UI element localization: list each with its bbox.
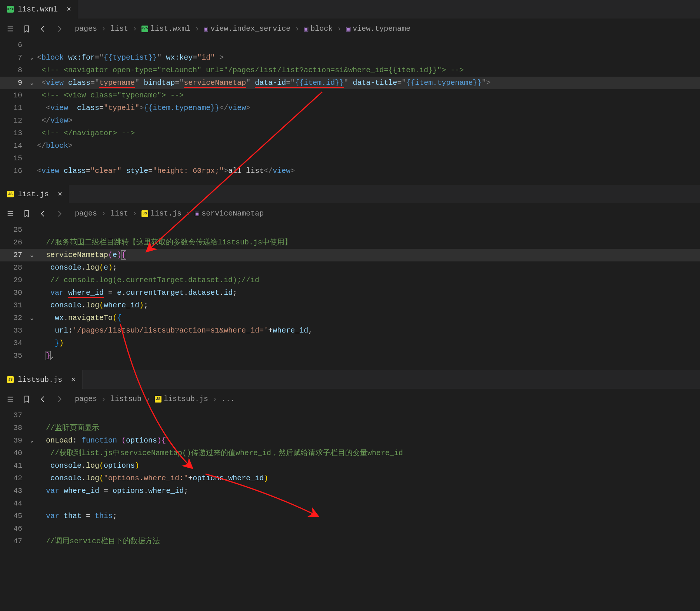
breadcrumb-segment[interactable]: ... xyxy=(221,395,235,403)
bookmark-icon[interactable] xyxy=(19,21,34,36)
breadcrumb-segment[interactable]: ▣ view.typename xyxy=(346,24,410,33)
editor-pane-listjs: JS list.js × pages› list› JS list.js› ▣ … xyxy=(0,185,700,370)
breadcrumb-segment[interactable]: pages xyxy=(75,395,97,403)
wxml-file-icon: </> xyxy=(7,6,14,13)
code-editor[interactable]: 37 38 //监听页面显示 39⌄ onLoad: function (opt… xyxy=(0,409,700,548)
js-file-icon: JS xyxy=(141,210,148,217)
tool-row: pages› listsub› JS listsub.js› ... xyxy=(0,389,700,409)
breadcrumb-segment[interactable]: ▣ view.index_service xyxy=(204,24,290,33)
tab-list-js[interactable]: JS list.js × xyxy=(0,185,69,203)
js-file-icon: JS xyxy=(7,376,14,383)
list-icon[interactable] xyxy=(3,21,18,36)
symbol-icon: ▣ xyxy=(204,24,208,33)
nav-forward-icon[interactable] xyxy=(52,206,67,221)
editor-pane-listsubjs: JS listsub.js × pages› listsub› JS lists… xyxy=(0,370,700,548)
tab-bar: </> list.wxml × xyxy=(0,0,700,19)
nav-back-icon[interactable] xyxy=(36,392,50,407)
js-file-icon: JS xyxy=(155,396,161,403)
nav-back-icon[interactable] xyxy=(36,206,50,221)
symbol-icon: ▣ xyxy=(195,209,199,218)
tab-label: list.js xyxy=(18,190,49,198)
tab-bar: JS listsub.js × xyxy=(0,370,700,389)
tab-label: listsub.js xyxy=(18,375,62,384)
js-file-icon: JS xyxy=(7,190,14,198)
code-editor[interactable]: 6 7⌄<block wx:for="{{typeList}}" wx:key=… xyxy=(0,39,700,185)
breadcrumb-segment[interactable]: ▣ block xyxy=(304,24,333,33)
tool-row: pages› list› </> list.wxml› ▣ view.index… xyxy=(0,19,700,39)
breadcrumb-segment[interactable]: listsub xyxy=(110,395,141,403)
tab-label: list.wxml xyxy=(18,5,58,14)
tab-list-wxml[interactable]: </> list.wxml × xyxy=(0,0,78,19)
breadcrumb-segment[interactable]: ▣ serviceNametap xyxy=(195,209,264,218)
breadcrumb-segment[interactable]: list xyxy=(110,24,128,33)
close-icon[interactable]: × xyxy=(61,5,71,14)
nav-forward-icon[interactable] xyxy=(52,21,67,36)
breadcrumb-segment[interactable]: pages xyxy=(75,24,97,33)
editor-pane-wxml: </> list.wxml × pages› list› </> list.wx… xyxy=(0,0,700,185)
list-icon[interactable] xyxy=(3,206,18,221)
symbol-icon: ▣ xyxy=(304,24,308,33)
breadcrumb-segment[interactable]: JS listsub.js xyxy=(155,395,208,403)
close-icon[interactable]: × xyxy=(66,375,76,384)
tool-row: pages› list› JS list.js› ▣ serviceNameta… xyxy=(0,203,700,224)
breadcrumb-segment[interactable]: list xyxy=(110,209,128,218)
breadcrumb: pages› listsub› JS listsub.js› ... xyxy=(68,395,235,403)
nav-back-icon[interactable] xyxy=(36,21,50,36)
breadcrumb-segment[interactable]: </> list.wxml xyxy=(141,24,190,33)
bookmark-icon[interactable] xyxy=(19,206,34,221)
breadcrumb-segment[interactable]: pages xyxy=(75,209,97,218)
tab-bar: JS list.js × xyxy=(0,185,700,203)
tab-listsub-js[interactable]: JS listsub.js × xyxy=(0,370,83,389)
bookmark-icon[interactable] xyxy=(19,392,34,407)
nav-forward-icon[interactable] xyxy=(52,392,67,407)
wxml-file-icon: </> xyxy=(141,26,148,32)
symbol-icon: ▣ xyxy=(346,24,350,33)
list-icon[interactable] xyxy=(3,392,18,407)
breadcrumb: pages› list› JS list.js› ▣ serviceNameta… xyxy=(68,209,264,218)
code-editor[interactable]: 25 26 //服务范围二级栏目跳转【这里获取的参数会传递给listsub.js… xyxy=(0,224,700,370)
breadcrumb-segment[interactable]: JS list.js xyxy=(141,209,181,218)
close-icon[interactable]: × xyxy=(53,190,62,198)
breadcrumb: pages› list› </> list.wxml› ▣ view.index… xyxy=(68,24,410,33)
